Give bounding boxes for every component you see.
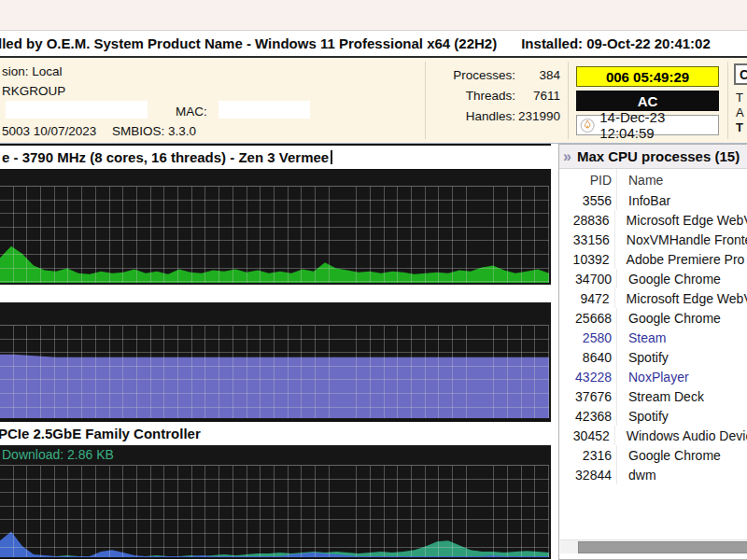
process-row[interactable]: 28836Microsoft Edge WebV xyxy=(559,210,747,230)
process-name: Spotify xyxy=(617,409,669,424)
process-name: Adobe Premiere Pro ( xyxy=(615,252,747,267)
horizontal-scrollbar[interactable] xyxy=(560,539,747,553)
installed-date: Installed: 09-Oct-22 20:41:02 xyxy=(521,35,711,51)
grid-overlay xyxy=(0,326,549,418)
process-row[interactable]: 8640Spotify xyxy=(559,347,747,367)
redacted-hostname xyxy=(6,101,148,119)
process-name: Google Chrome xyxy=(617,311,721,326)
max-cpu-panel: » Max CPU processes (15) PID Name 3556In… xyxy=(558,144,747,560)
graphs-column: e - 3790 MHz (8 cores, 16 threads) - Zen… xyxy=(0,144,551,560)
text-cursor xyxy=(331,150,332,164)
network-title: PCIe 2.5GbE Family Controller xyxy=(0,426,201,441)
grid-overlay xyxy=(0,466,549,557)
app-window: lled by O.E.M. System Product Name - Win… xyxy=(0,0,747,560)
stat-label: Threads: xyxy=(431,89,515,103)
smbios-version: SMBIOS: 3.3.0 xyxy=(112,124,196,138)
process-pid: 3556 xyxy=(559,190,617,210)
process-row[interactable]: 9472Microsoft Edge WebV xyxy=(559,288,747,308)
process-pid: 42368 xyxy=(559,406,617,426)
stat-handles: Handles: 231990 xyxy=(431,105,560,126)
cpu-section-header: e - 3790 MHz (8 cores, 16 threads) - Zen… xyxy=(0,144,551,169)
process-row[interactable]: 25668Google Chrome xyxy=(559,308,747,328)
divider xyxy=(425,62,426,139)
pid-column-header: PID xyxy=(559,169,617,190)
stat-label: Processes: xyxy=(431,68,515,82)
divider xyxy=(727,62,728,139)
cut-button[interactable]: C xyxy=(734,63,747,85)
download-rate: Download: 2.86 KB xyxy=(2,447,114,462)
process-name: NoxPlayer xyxy=(617,370,689,385)
bios-version: 5003 10/07/2023 xyxy=(2,124,96,138)
process-pid: 8640 xyxy=(559,347,617,367)
cpu-title: e - 3790 MHz (8 cores, 16 threads) - Zen… xyxy=(2,149,329,165)
datetime-display: 14-Dec-23 12:04:59 xyxy=(576,115,719,135)
process-pid: 25668 xyxy=(559,308,617,328)
stat-value: 384 xyxy=(515,68,560,82)
scrollbar-thumb[interactable] xyxy=(578,541,747,553)
process-row[interactable]: 43228NoxPlayer xyxy=(559,367,747,386)
status-boxes: 006 05:49:29 AC 14-Dec-23 12:04:59 xyxy=(576,66,719,139)
process-row[interactable]: 3556InfoBar xyxy=(559,190,747,210)
cut-label: T xyxy=(736,120,743,134)
cut-label: A xyxy=(736,105,744,119)
name-column-header: Name xyxy=(617,173,663,188)
process-pid: 9472 xyxy=(559,288,615,308)
process-name: Steam xyxy=(617,330,666,345)
process-name: Google Chrome xyxy=(617,448,721,463)
process-name: InfoBar xyxy=(617,193,670,208)
process-row[interactable]: 30452Windows Audio Devic xyxy=(559,426,747,445)
process-pid: 32844 xyxy=(559,465,617,484)
process-name: dwm xyxy=(617,468,656,483)
process-stats: Processes: 384 Threads: 7611 Handles: 23… xyxy=(431,64,560,126)
divider xyxy=(568,62,569,139)
network-usage-graph: Download: 2.86 KB xyxy=(0,445,551,559)
flame-icon xyxy=(580,118,595,133)
collapse-chevron-icon[interactable]: » xyxy=(563,148,571,165)
memory-usage-graph xyxy=(0,302,551,420)
process-name: Stream Deck xyxy=(617,389,704,404)
system-title-bar: lled by O.E.M. System Product Name - Win… xyxy=(0,31,747,58)
process-row[interactable]: 32844dwm xyxy=(559,465,747,484)
process-pid: 43228 xyxy=(559,367,617,386)
grid-overlay xyxy=(0,187,549,283)
stat-value: 231990 xyxy=(515,109,560,123)
session-info: sion: Local xyxy=(2,64,63,78)
main-area: e - 3790 MHz (8 cores, 16 threads) - Zen… xyxy=(0,144,747,560)
process-row[interactable]: 2580Steam xyxy=(559,328,747,347)
process-pid: 2316 xyxy=(559,445,617,465)
cpu-usage-graph xyxy=(0,169,551,285)
process-row[interactable]: 42368Spotify xyxy=(559,406,747,426)
process-name: Spotify xyxy=(617,350,669,365)
stat-processes: Processes: 384 xyxy=(431,64,560,85)
process-name: Google Chrome xyxy=(617,272,721,287)
process-pid: 34700 xyxy=(559,269,617,288)
process-pid: 33156 xyxy=(559,230,615,249)
uptime-display: 006 05:49:29 xyxy=(576,66,719,87)
power-status: AC xyxy=(576,91,719,111)
process-row[interactable]: 10392Adobe Premiere Pro ( xyxy=(559,249,747,269)
process-row[interactable]: 37676Stream Deck xyxy=(559,386,747,406)
workgroup-info: RKGROUP xyxy=(2,84,65,98)
system-info-panel: sion: Local RKGROUP MAC: 5003 10/07/2023… xyxy=(0,58,747,144)
process-pid: 10392 xyxy=(559,249,615,269)
datetime-text: 14-Dec-23 12:04:59 xyxy=(599,109,718,141)
stat-value: 7611 xyxy=(515,89,560,103)
process-name: Microsoft Edge WebV xyxy=(615,291,747,306)
process-name: Microsoft Edge WebV xyxy=(615,213,747,228)
stat-label: Handles: xyxy=(431,109,515,123)
section-gap xyxy=(0,285,551,302)
process-row[interactable]: 2316Google Chrome xyxy=(559,445,747,465)
mac-label: MAC: xyxy=(176,105,207,119)
process-pid: 28836 xyxy=(559,210,615,230)
panel-title: Max CPU processes (15) xyxy=(577,148,740,164)
stat-threads: Threads: 7611 xyxy=(431,85,560,105)
panel-header: » Max CPU processes (15) xyxy=(559,145,747,169)
system-product-title: lled by O.E.M. System Product Name - Win… xyxy=(0,35,497,51)
process-row[interactable]: 34700Google Chrome xyxy=(559,269,747,288)
cut-label: T xyxy=(736,91,743,105)
redacted-mac xyxy=(218,101,310,119)
process-pid: 30452 xyxy=(559,426,615,445)
window-top-strip xyxy=(0,0,747,31)
process-pid: 2580 xyxy=(559,328,617,347)
process-row[interactable]: 33156NoxVMHandle Fronte xyxy=(559,230,747,249)
